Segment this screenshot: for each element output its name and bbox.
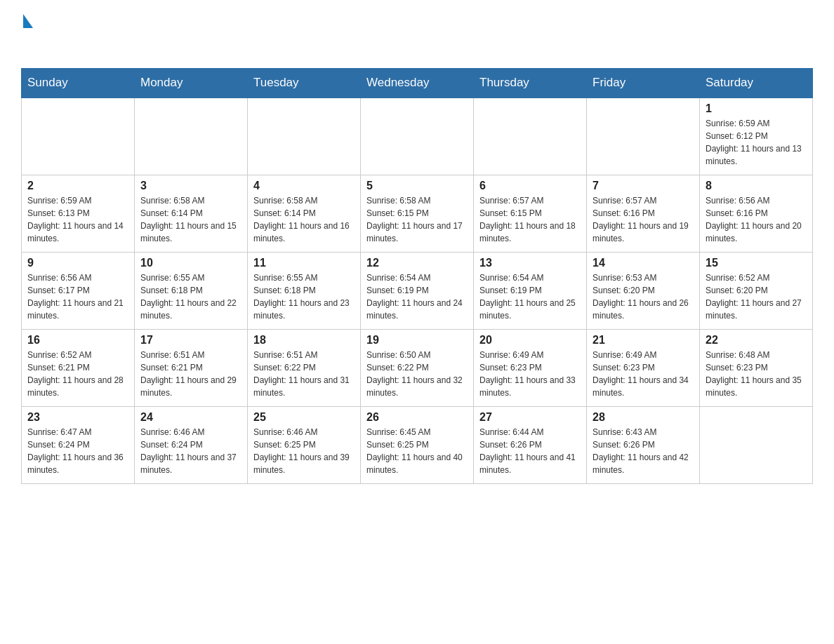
- day-number: 20: [479, 334, 581, 347]
- day-of-week-header: Monday: [135, 69, 248, 98]
- day-info: Sunrise: 6:56 AMSunset: 6:17 PMDaylight:…: [27, 271, 128, 322]
- day-info: Sunrise: 6:48 AMSunset: 6:23 PMDaylight:…: [706, 349, 807, 399]
- day-number: 23: [27, 411, 128, 424]
- day-number: 11: [253, 257, 355, 269]
- day-number: 9: [27, 257, 128, 269]
- day-of-week-header: Sunday: [22, 69, 135, 98]
- calendar-cell: [22, 98, 135, 175]
- calendar-cell: 17Sunrise: 6:51 AMSunset: 6:21 PMDayligh…: [135, 329, 248, 406]
- day-info: Sunrise: 6:59 AMSunset: 6:12 PMDaylight:…: [706, 117, 807, 168]
- day-info: Sunrise: 6:47 AMSunset: 6:24 PMDaylight:…: [27, 426, 128, 476]
- calendar-cell: [474, 98, 587, 175]
- day-info: Sunrise: 6:44 AMSunset: 6:26 PMDaylight:…: [479, 426, 581, 476]
- calendar-week-row: 1Sunrise: 6:59 AMSunset: 6:12 PMDaylight…: [22, 98, 813, 175]
- calendar-cell: 23Sunrise: 6:47 AMSunset: 6:24 PMDayligh…: [22, 406, 135, 483]
- day-info: Sunrise: 6:51 AMSunset: 6:22 PMDaylight:…: [253, 349, 355, 399]
- day-of-week-header: Thursday: [474, 69, 587, 98]
- calendar-cell: 25Sunrise: 6:46 AMSunset: 6:25 PMDayligh…: [248, 406, 361, 483]
- day-number: 26: [366, 411, 468, 424]
- logo: [21, 14, 33, 54]
- calendar-cell: [700, 406, 813, 483]
- day-number: 1: [706, 102, 807, 115]
- calendar-cell: 24Sunrise: 6:46 AMSunset: 6:24 PMDayligh…: [135, 406, 248, 483]
- calendar-cell: 12Sunrise: 6:54 AMSunset: 6:19 PMDayligh…: [361, 252, 474, 329]
- calendar-cell: 9Sunrise: 6:56 AMSunset: 6:17 PMDaylight…: [22, 252, 135, 329]
- calendar-cell: [135, 98, 248, 175]
- day-number: 4: [253, 180, 355, 192]
- day-info: Sunrise: 6:49 AMSunset: 6:23 PMDaylight:…: [479, 349, 581, 399]
- day-number: 12: [366, 257, 468, 269]
- calendar-cell: 13Sunrise: 6:54 AMSunset: 6:19 PMDayligh…: [474, 252, 587, 329]
- calendar-week-row: 9Sunrise: 6:56 AMSunset: 6:17 PMDaylight…: [22, 252, 813, 329]
- day-number: 13: [479, 257, 581, 269]
- day-number: 3: [140, 180, 241, 192]
- calendar-cell: 20Sunrise: 6:49 AMSunset: 6:23 PMDayligh…: [474, 329, 587, 406]
- day-number: 8: [706, 180, 807, 192]
- day-of-week-header: Friday: [587, 69, 700, 98]
- calendar-week-row: 23Sunrise: 6:47 AMSunset: 6:24 PMDayligh…: [22, 406, 813, 483]
- day-info: Sunrise: 6:51 AMSunset: 6:21 PMDaylight:…: [140, 349, 241, 399]
- day-info: Sunrise: 6:52 AMSunset: 6:20 PMDaylight:…: [706, 271, 807, 322]
- calendar-cell: 8Sunrise: 6:56 AMSunset: 6:16 PMDaylight…: [700, 175, 813, 252]
- calendar-cell: 16Sunrise: 6:52 AMSunset: 6:21 PMDayligh…: [22, 329, 135, 406]
- day-number: 15: [706, 257, 807, 269]
- day-number: 27: [479, 411, 581, 424]
- calendar-cell: [587, 98, 700, 175]
- calendar-header-row: SundayMondayTuesdayWednesdayThursdayFrid…: [22, 69, 813, 98]
- calendar-cell: 26Sunrise: 6:45 AMSunset: 6:25 PMDayligh…: [361, 406, 474, 483]
- day-info: Sunrise: 6:57 AMSunset: 6:16 PMDaylight:…: [593, 194, 694, 245]
- logo-triangle-icon: [23, 14, 33, 28]
- calendar-cell: 1Sunrise: 6:59 AMSunset: 6:12 PMDaylight…: [700, 98, 813, 175]
- day-info: Sunrise: 6:52 AMSunset: 6:21 PMDaylight:…: [27, 349, 128, 399]
- day-info: Sunrise: 6:49 AMSunset: 6:23 PMDaylight:…: [593, 349, 694, 399]
- day-number: 19: [366, 334, 468, 347]
- day-of-week-header: Saturday: [700, 69, 813, 98]
- day-info: Sunrise: 6:55 AMSunset: 6:18 PMDaylight:…: [140, 271, 241, 322]
- day-info: Sunrise: 6:55 AMSunset: 6:18 PMDaylight:…: [253, 271, 355, 322]
- calendar-cell: 6Sunrise: 6:57 AMSunset: 6:15 PMDaylight…: [474, 175, 587, 252]
- day-info: Sunrise: 6:54 AMSunset: 6:19 PMDaylight:…: [366, 271, 468, 322]
- day-info: Sunrise: 6:46 AMSunset: 6:24 PMDaylight:…: [140, 426, 241, 476]
- calendar-week-row: 2Sunrise: 6:59 AMSunset: 6:13 PMDaylight…: [22, 175, 813, 252]
- calendar-cell: 14Sunrise: 6:53 AMSunset: 6:20 PMDayligh…: [587, 252, 700, 329]
- day-number: 14: [593, 257, 694, 269]
- calendar-cell: 18Sunrise: 6:51 AMSunset: 6:22 PMDayligh…: [248, 329, 361, 406]
- calendar-cell: 2Sunrise: 6:59 AMSunset: 6:13 PMDaylight…: [22, 175, 135, 252]
- day-number: 7: [593, 180, 694, 192]
- day-info: Sunrise: 6:59 AMSunset: 6:13 PMDaylight:…: [27, 194, 128, 245]
- day-info: Sunrise: 6:54 AMSunset: 6:19 PMDaylight:…: [479, 271, 581, 322]
- day-of-week-header: Tuesday: [248, 69, 361, 98]
- day-number: 21: [593, 334, 694, 347]
- day-number: 10: [140, 257, 241, 269]
- day-info: Sunrise: 6:53 AMSunset: 6:20 PMDaylight:…: [593, 271, 694, 322]
- page-header: [21, 14, 813, 54]
- day-info: Sunrise: 6:57 AMSunset: 6:15 PMDaylight:…: [479, 194, 581, 245]
- calendar-cell: [248, 98, 361, 175]
- day-number: 5: [366, 180, 468, 192]
- day-number: 22: [706, 334, 807, 347]
- day-info: Sunrise: 6:46 AMSunset: 6:25 PMDaylight:…: [253, 426, 355, 476]
- day-number: 18: [253, 334, 355, 347]
- calendar-cell: 22Sunrise: 6:48 AMSunset: 6:23 PMDayligh…: [700, 329, 813, 406]
- day-number: 2: [27, 180, 128, 192]
- calendar-cell: 4Sunrise: 6:58 AMSunset: 6:14 PMDaylight…: [248, 175, 361, 252]
- day-info: Sunrise: 6:58 AMSunset: 6:15 PMDaylight:…: [366, 194, 468, 245]
- day-info: Sunrise: 6:50 AMSunset: 6:22 PMDaylight:…: [366, 349, 468, 399]
- calendar-cell: 21Sunrise: 6:49 AMSunset: 6:23 PMDayligh…: [587, 329, 700, 406]
- day-info: Sunrise: 6:45 AMSunset: 6:25 PMDaylight:…: [366, 426, 468, 476]
- day-info: Sunrise: 6:58 AMSunset: 6:14 PMDaylight:…: [253, 194, 355, 245]
- calendar-cell: 15Sunrise: 6:52 AMSunset: 6:20 PMDayligh…: [700, 252, 813, 329]
- day-number: 25: [253, 411, 355, 424]
- calendar-cell: 5Sunrise: 6:58 AMSunset: 6:15 PMDaylight…: [361, 175, 474, 252]
- day-of-week-header: Wednesday: [361, 69, 474, 98]
- day-info: Sunrise: 6:58 AMSunset: 6:14 PMDaylight:…: [140, 194, 241, 245]
- day-number: 17: [140, 334, 241, 347]
- day-number: 24: [140, 411, 241, 424]
- calendar-cell: 3Sunrise: 6:58 AMSunset: 6:14 PMDaylight…: [135, 175, 248, 252]
- calendar-cell: 7Sunrise: 6:57 AMSunset: 6:16 PMDaylight…: [587, 175, 700, 252]
- calendar-cell: 19Sunrise: 6:50 AMSunset: 6:22 PMDayligh…: [361, 329, 474, 406]
- calendar-cell: 27Sunrise: 6:44 AMSunset: 6:26 PMDayligh…: [474, 406, 587, 483]
- calendar-cell: 11Sunrise: 6:55 AMSunset: 6:18 PMDayligh…: [248, 252, 361, 329]
- day-info: Sunrise: 6:43 AMSunset: 6:26 PMDaylight:…: [593, 426, 694, 476]
- day-number: 6: [479, 180, 581, 192]
